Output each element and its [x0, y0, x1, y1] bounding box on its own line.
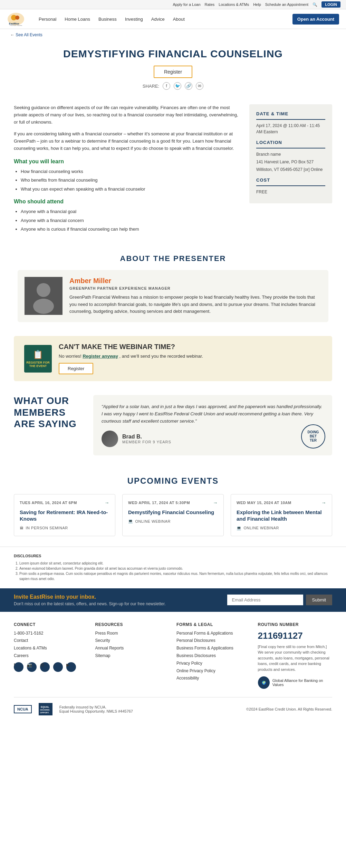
events-grid: TUES APRIL 16, 2024 AT 6PM → Saving for … [14, 494, 332, 536]
resources-heading: RESOURCES [95, 622, 170, 627]
routing-number: 211691127 [258, 630, 333, 641]
register-banner: 📋 REGISTER FOR THE EVENT CAN'T MAKE THE … [14, 336, 332, 381]
link-share-icon[interactable]: 🔗 [185, 82, 192, 90]
event-sidebar: DATE & TIME April 17, 2024 @ 11:00 AM - … [249, 104, 332, 237]
resources-annual[interactable]: Annual Reports [95, 645, 170, 651]
event-arrow-3[interactable]: → [321, 500, 327, 505]
body-paragraph-2: If you are considering talking with a fi… [14, 131, 239, 152]
social-icons: f 📷 @ ♪ ▶ [14, 662, 88, 674]
nav-personal[interactable]: Personal [35, 15, 60, 24]
disclosures-heading: DISCLOSURES [14, 554, 332, 558]
footer-copyright: ©2024 EastRise Credit Union. All Rights … [246, 707, 332, 711]
youtube-icon[interactable]: ▶ [66, 662, 76, 672]
forms-online-privacy[interactable]: Online Privacy Policy [176, 668, 251, 674]
open-account-button[interactable]: Open an Account [292, 14, 339, 25]
what-learn-heading: What you will learn [14, 158, 239, 165]
facebook-icon[interactable]: f [14, 662, 23, 672]
presenter-photo [25, 277, 63, 315]
svg-text:OPPORT.: OPPORT. [40, 712, 49, 714]
testimonial-author: Brad B. MEMBER FOR 9 YEARS [102, 431, 324, 447]
attend-item-1: Anyone with a financial goal [21, 208, 239, 215]
forms-business[interactable]: Business Forms & Applications [176, 645, 251, 651]
svg-point-6 [37, 283, 50, 297]
date-time-heading: DATE & TIME [256, 111, 325, 116]
event-date-3: WED MAY 15, 2024 AT 10AM → [237, 500, 326, 505]
forms-business-disc[interactable]: Business Disclosures [176, 653, 251, 659]
presenter-info: Amber Miller GREENPATH PARTNER EXPERIENC… [69, 277, 321, 315]
newsletter-text: Invite EastRise into your inbox. Don't m… [14, 594, 220, 606]
register-banner-content: CAN'T MAKE THE WEBINAR TIME? No worries!… [59, 343, 322, 374]
logo: EastRise CREDIT UNION [7, 12, 25, 26]
rates-link[interactable]: Rates [205, 2, 215, 7]
resources-sitemap[interactable]: Sitemap [95, 653, 170, 659]
event-arrow-1[interactable]: → [105, 500, 110, 505]
svg-point-2 [15, 16, 19, 20]
forms-privacy[interactable]: Privacy Policy [176, 660, 251, 666]
about-presenter-heading: ABOUT THE PRESENTER [14, 254, 332, 263]
location-heading: LOCATION [256, 140, 325, 145]
nav-home-loans[interactable]: Home Loans [61, 15, 94, 24]
connect-locations[interactable]: Locations & ATMs [14, 645, 88, 651]
event-type-icon-3: 💻 [237, 526, 242, 530]
register-banner-button[interactable]: Register [59, 363, 93, 374]
date-time-value: April 17, 2024 @ 11:00 AM - 11:45 AM Eas… [256, 123, 325, 135]
register-anyway-link[interactable]: Register anyway [83, 354, 118, 359]
schedule-link[interactable]: Schedule an Appointment [265, 2, 308, 7]
author-name: Brad B. [122, 434, 171, 440]
main-nav: EastRise CREDIT UNION Personal Home Loan… [0, 9, 346, 29]
presenter-name: Amber Miller [69, 277, 321, 285]
learn-item-1: How financial counseling works [21, 168, 239, 175]
nav-about[interactable]: About [170, 15, 188, 24]
location-line2: 141 Harvest Lane, PO Box 527 [256, 159, 325, 165]
svg-point-7 [33, 299, 54, 314]
facebook-share-icon[interactable]: f [163, 82, 170, 90]
logo-icon: EastRise CREDIT UNION [7, 12, 25, 26]
disclosures-section: DISCLOSURES Lorem ipsum dolor sit amet, … [0, 547, 346, 588]
event-title-3: Exploring the Link between Mental and Fi… [237, 509, 326, 522]
federally-insured: Federally insured by NCUA. [59, 705, 133, 709]
twitter-share-icon[interactable]: 🐦 [174, 82, 181, 90]
testimonial-heading-text: WHAT OUR MEMBERS ARE SAYING [14, 395, 83, 430]
connect-careers[interactable]: Careers [14, 653, 88, 659]
see-all-events-link[interactable]: See All Events [16, 32, 42, 37]
footer-connect: CONNECT 1-800-371-5162 Contact Locations… [14, 622, 88, 689]
nav-advice[interactable]: Advice [148, 15, 168, 24]
instagram-icon[interactable]: 📷 [27, 662, 37, 672]
register-hero-button[interactable]: Register [154, 66, 192, 78]
body-paragraph-1: Seeking guidance on different aspects of… [14, 104, 239, 126]
back-arrow: ← [10, 32, 16, 37]
clipboard-icon: 📋 [33, 350, 43, 359]
nav-investing[interactable]: Investing [122, 15, 146, 24]
event-arrow-2[interactable]: → [213, 500, 218, 505]
locations-link[interactable]: Locations & ATMs [219, 2, 249, 7]
page-title: DEMYSTIFYING FINANCIAL COUNSELING [14, 48, 332, 60]
disclosure-3: Proin sodis a pretique massa. Cum sociis… [19, 571, 332, 581]
author-details: Brad B. MEMBER FOR 9 YEARS [122, 434, 171, 444]
resources-press[interactable]: Press Room [95, 630, 170, 636]
newsletter-email-input[interactable] [227, 595, 303, 605]
resources-security[interactable]: Security [95, 638, 170, 644]
apply-loan-link[interactable]: Apply for a Loan [173, 2, 200, 7]
threads-icon[interactable]: @ [40, 662, 50, 672]
tiktok-icon[interactable]: ♪ [53, 662, 63, 672]
event-date-2: WED APRIL 17, 2024 AT 5:30PM → [128, 500, 218, 505]
event-type-2: 💻 ONLINE WEBINAR [128, 519, 218, 523]
event-type-3: 💻 ONLINE WEBINAR [237, 526, 326, 530]
email-share-icon[interactable]: ✉ [196, 82, 203, 90]
newsletter-submit-button[interactable]: Submit [306, 595, 332, 605]
forms-personal[interactable]: Personal Forms & Applications [176, 630, 251, 636]
forms-accessibility[interactable]: Accessibility [176, 675, 251, 681]
search-icon[interactable]: 🔍 [313, 2, 317, 7]
help-link[interactable]: Help [253, 2, 261, 7]
sidebar-box: DATE & TIME April 17, 2024 @ 11:00 AM - … [249, 104, 332, 203]
forms-personal-disc[interactable]: Personal Disclosures [176, 638, 251, 644]
register-anyway-text: No worries! Register anyway , and we'll … [59, 354, 322, 359]
nav-business[interactable]: Business [95, 15, 120, 24]
newsletter-subtext: Don't miss out on the latest rates, offe… [14, 601, 220, 606]
doing-better-badge: DOINGBETTER [301, 424, 325, 449]
login-button[interactable]: LOGIN [321, 1, 340, 8]
avatar [102, 431, 118, 447]
footer-routing: ROUTING NUMBER 211691127 [Final copy her… [258, 622, 333, 689]
connect-contact[interactable]: Contact [14, 638, 88, 644]
learn-item-3: What you can expect when speaking with a… [21, 186, 239, 193]
